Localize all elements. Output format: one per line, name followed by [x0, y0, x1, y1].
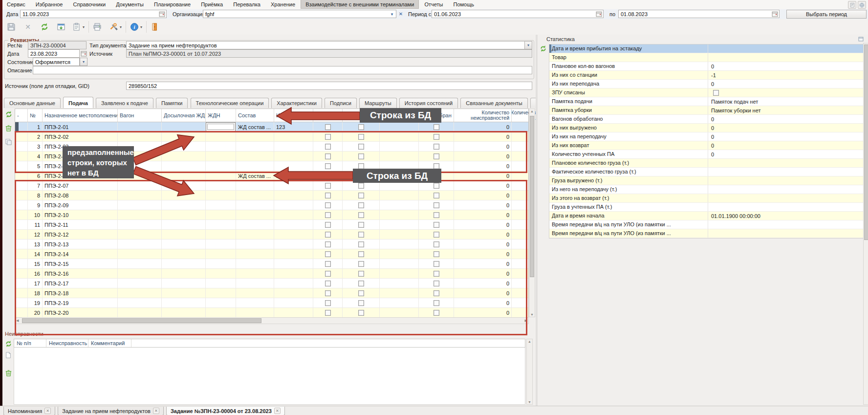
- column-header[interactable]: № п/п: [14, 339, 46, 347]
- print-icon[interactable]: [91, 21, 103, 33]
- wagon-removed-checkbox[interactable]: [434, 124, 439, 130]
- unloaded-checkbox[interactable]: [325, 290, 331, 296]
- table-row[interactable]: 12 ППЭ-2-12 0: [15, 230, 528, 240]
- info-icon[interactable]: i: [129, 21, 140, 33]
- debug-source-field[interactable]: [126, 82, 532, 90]
- row-selector-cell[interactable]: [15, 122, 28, 131]
- table-row[interactable]: 3 ППЭ-2-03 0: [15, 142, 528, 152]
- wagon-removed-checkbox[interactable]: [434, 202, 439, 208]
- document-tab[interactable]: Подача: [63, 97, 93, 108]
- column-header[interactable]: Индекс состава: [274, 109, 313, 122]
- document-tab[interactable]: Маршруты: [359, 98, 397, 108]
- row-selector-cell[interactable]: [15, 298, 28, 307]
- close-icon[interactable]: ✕: [274, 408, 281, 414]
- scrollbar-thumb[interactable]: [22, 318, 261, 323]
- unloaded-checkbox[interactable]: [325, 232, 331, 238]
- row-selector-cell[interactable]: [15, 240, 28, 249]
- wagon-removed-checkbox[interactable]: [434, 222, 439, 228]
- row-selector-cell[interactable]: [15, 308, 28, 317]
- table-horizontal-scrollbar[interactable]: ◀ ▶: [15, 317, 529, 324]
- statistics-row[interactable]: Время передачи в/ц на пути УЛО (из памят…: [549, 229, 863, 238]
- statistics-row[interactable]: Количество учтенных ПА 0: [549, 150, 863, 159]
- statistics-row[interactable]: Груза в учтенных ПА (т.): [549, 203, 863, 212]
- transfer-checkbox[interactable]: [358, 281, 364, 286]
- chevron-down-icon[interactable]: ▾: [120, 25, 122, 29]
- wagon-removed-checkbox[interactable]: [434, 261, 439, 267]
- delete-fault-icon[interactable]: [5, 369, 13, 377]
- wagon-removed-checkbox[interactable]: [434, 232, 439, 238]
- scroll-left-icon[interactable]: ◀: [16, 318, 19, 324]
- state-combo[interactable]: [33, 58, 80, 66]
- scroll-down-icon[interactable]: ▼: [527, 400, 532, 404]
- column-header[interactable]: Неисправность: [46, 339, 88, 347]
- unloaded-checkbox[interactable]: [325, 212, 331, 218]
- calendar-icon[interactable]: [159, 11, 165, 17]
- unloaded-checkbox[interactable]: [325, 261, 331, 267]
- period-from-input[interactable]: [432, 10, 604, 18]
- document-tab[interactable]: Подписи: [325, 98, 357, 108]
- column-header[interactable]: Выгружен: [313, 109, 343, 122]
- menu-item[interactable]: Справочники: [69, 0, 110, 8]
- table-vertical-scrollbar[interactable]: ▲ ▼: [529, 109, 535, 317]
- zhdn-cell[interactable]: [206, 288, 236, 298]
- statistics-row[interactable]: Плановое количество груза (т.): [549, 159, 863, 168]
- row-selector-cell[interactable]: [15, 132, 28, 141]
- row-selector-cell[interactable]: [15, 230, 28, 239]
- wagon-removed-checkbox[interactable]: [434, 251, 439, 257]
- save-icon[interactable]: [5, 21, 17, 33]
- doc-date-field[interactable]: [28, 49, 80, 58]
- document-tab[interactable]: Основные данные: [4, 98, 61, 108]
- transfer-checkbox[interactable]: [358, 222, 364, 228]
- exit-door-icon[interactable]: [149, 21, 161, 33]
- close-icon[interactable]: ✕: [44, 408, 51, 414]
- table-row[interactable]: 13 ППЭ-2-13 0: [15, 240, 528, 249]
- table-row[interactable]: 16 ППЭ-2-16 0: [15, 269, 528, 279]
- table-row[interactable]: 9 ППЭ-2-09 0: [15, 200, 528, 210]
- table-row[interactable]: 5 ППЭ-2-05 0: [15, 161, 528, 171]
- statistics-row[interactable]: Время передачи в/ц на пути УЛО (из памят…: [549, 220, 863, 229]
- transfer-checkbox[interactable]: [358, 212, 364, 218]
- transfer-checkbox[interactable]: [358, 144, 364, 150]
- row-selector-cell[interactable]: [15, 152, 28, 161]
- table-row[interactable]: 10 ППЭ-2-10 0: [15, 210, 528, 220]
- zhdn-cell[interactable]: [206, 249, 236, 259]
- faults-vertical-scrollbar[interactable]: ▲ ▼: [526, 339, 533, 405]
- zhdn-cell[interactable]: [206, 161, 236, 171]
- zhdn-cell[interactable]: [206, 200, 236, 210]
- statistics-row[interactable]: Плановое кол-во вагонов 0: [549, 62, 863, 71]
- statistics-scrollbar[interactable]: [863, 43, 868, 405]
- wagon-removed-checkbox[interactable]: [434, 241, 439, 247]
- wagon-removed-checkbox[interactable]: [434, 281, 439, 286]
- row-selector-cell[interactable]: [15, 288, 28, 298]
- tools-icon[interactable]: [108, 21, 120, 33]
- row-selector-cell[interactable]: [15, 191, 28, 200]
- unloaded-checkbox[interactable]: [325, 202, 331, 208]
- zhdn-cell[interactable]: [206, 240, 236, 249]
- window-tab[interactable]: Напоминания ✕: [3, 407, 55, 415]
- zhdn-cell[interactable]: [206, 181, 236, 190]
- transfer-checkbox[interactable]: [358, 173, 364, 179]
- chevron-down-icon[interactable]: ▾: [389, 10, 395, 18]
- row-selector-cell[interactable]: [15, 171, 28, 180]
- statistics-row[interactable]: Из них переподача 0: [549, 80, 863, 88]
- unloaded-checkbox[interactable]: [325, 222, 331, 228]
- statistics-row[interactable]: Из них со станции -1: [549, 71, 863, 80]
- statistics-row[interactable]: Товар: [549, 53, 863, 62]
- document-tab[interactable]: Заявлено к подаче: [96, 98, 153, 108]
- row-selector-cell[interactable]: [15, 210, 28, 219]
- unloaded-checkbox[interactable]: [325, 193, 331, 198]
- table-row[interactable]: 15 ППЭ-2-15 0: [15, 259, 528, 269]
- menu-item[interactable]: Хранение: [266, 0, 300, 8]
- source-field[interactable]: [126, 49, 532, 58]
- transfer-checkbox[interactable]: [358, 310, 364, 316]
- statistics-row[interactable]: Памятка подачи Памяток подач нет: [549, 97, 863, 106]
- clipboard-icon[interactable]: [71, 21, 83, 33]
- wagon-removed-checkbox[interactable]: [434, 300, 439, 306]
- copy-rows-icon[interactable]: [5, 138, 13, 147]
- table-row[interactable]: 14 ППЭ-2-14 0: [15, 249, 528, 259]
- unloaded-checkbox[interactable]: [325, 281, 331, 286]
- row-selector-cell[interactable]: [15, 161, 28, 171]
- calendar-icon[interactable]: [596, 11, 602, 17]
- clear-icon[interactable]: ✕: [397, 10, 404, 18]
- row-selector-cell[interactable]: [15, 181, 28, 190]
